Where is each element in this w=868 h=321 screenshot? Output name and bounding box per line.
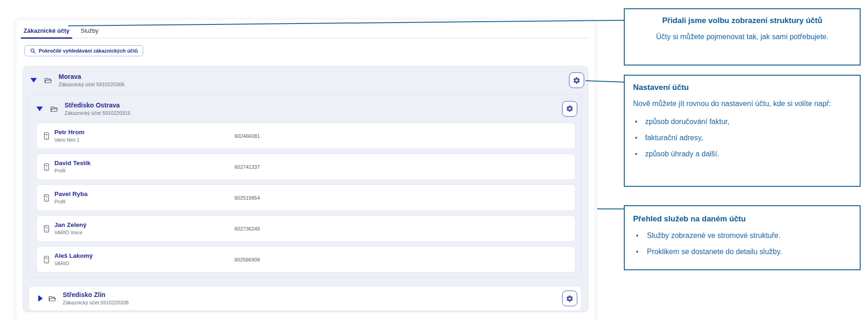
tab-customer-accounts[interactable]: Zákaznické účty <box>23 25 70 38</box>
callout-structure: Přidali jsme volbu zobrazení struktury ú… <box>624 8 861 65</box>
caret-right-icon[interactable] <box>38 295 43 302</box>
account-name[interactable]: Morava <box>59 73 124 81</box>
tab-services[interactable]: Služby <box>80 25 100 38</box>
phone-icon <box>43 163 50 171</box>
service-row[interactable]: Petr Hrom Vario Neo 1 602466081 <box>36 123 575 149</box>
account-settings-button[interactable] <box>569 72 584 88</box>
callout-bullet: způsob doručování faktur, <box>633 116 851 127</box>
callout-services-overview: Přehled služeb na daném účtu Služby zobr… <box>624 205 861 270</box>
callout-bullet: způsob úhrady a další. <box>633 149 851 160</box>
gear-icon <box>573 77 581 84</box>
service-plan: VARIO <box>54 261 93 267</box>
account-group-morava: Morava Zákaznický účet 5910220306 Středi… <box>23 66 588 312</box>
callout-title: Přidali jsme volbu zobrazení struktury ú… <box>625 16 860 25</box>
service-number: 602741337 <box>235 164 260 170</box>
page: Zákaznické účty Služby Pokročilé vyhledá… <box>0 0 868 321</box>
folder-icon <box>48 295 56 302</box>
gear-icon <box>566 295 574 303</box>
service-name[interactable]: David Testík <box>54 160 91 167</box>
account-group-stredisko-ostrava: Středisko Ostrava Zákaznický účet 591022… <box>29 94 581 278</box>
account-row-stredisko-ostrava[interactable]: Středisko Ostrava Zákaznický účet 591022… <box>29 95 581 123</box>
service-row[interactable]: David Testík Profil 602741337 <box>36 154 575 180</box>
phone-icon <box>43 256 50 264</box>
gear-icon <box>566 105 574 113</box>
phone-icon <box>43 194 50 202</box>
callout-body: Účty si můžete pojmenovat tak, jak sami … <box>645 31 839 42</box>
account-row-morava[interactable]: Morava Zákaznický účet 5910220306 <box>23 66 588 94</box>
service-row[interactable]: Aleš Lakomý VARIO 602586908 <box>36 246 575 273</box>
advanced-search-button[interactable]: Pokročilé vyhledávání zákaznických účtů <box>24 45 143 56</box>
account-name[interactable]: Středisko Ostrava <box>65 101 130 109</box>
service-plan: VARIO Voice <box>54 230 87 236</box>
advanced-search-label: Pokročilé vyhledávání zákaznických účtů <box>39 48 138 54</box>
callout-title: Přehled služeb na daném účtu <box>633 214 851 224</box>
callout-bullet: Proklikem se dostanete do detailu služby… <box>633 246 851 257</box>
service-plan: Vario Neo 1 <box>54 137 84 143</box>
service-name[interactable]: Aleš Lakomý <box>54 252 93 260</box>
service-name[interactable]: Jan Zelený <box>54 221 87 229</box>
service-number: 602586908 <box>235 257 260 262</box>
callout-bullet: fakturační adresy, <box>633 132 851 143</box>
service-number: 602519954 <box>235 195 260 201</box>
caret-down-icon[interactable] <box>36 107 43 111</box>
service-name[interactable]: Pavel Ryba <box>54 190 88 198</box>
phone-icon <box>43 225 50 233</box>
service-plan: Profil <box>54 168 91 174</box>
account-settings-button[interactable] <box>562 291 577 306</box>
callout-bullet-list: Služby zobrazené ve stromové struktuře. … <box>633 230 851 257</box>
account-subtitle: Zákaznický účet 5910220338 <box>63 299 129 306</box>
service-plan: Profil <box>54 199 88 205</box>
phone-icon <box>43 132 50 140</box>
service-row[interactable]: Jan Zelený VARIO Voice 602736249 <box>36 215 575 242</box>
account-subtitle: Zákaznický účet 5910220315 <box>65 110 130 116</box>
tab-bar: Zákaznické účty Služby <box>23 25 588 38</box>
folder-icon <box>50 106 58 112</box>
callout-intro: Nově můžete jít rovnou do nastavení účtu… <box>633 98 840 109</box>
search-icon <box>30 48 36 54</box>
service-name[interactable]: Petr Hrom <box>54 129 84 136</box>
customer-accounts-panel: Zákaznické účty Služby Pokročilé vyhledá… <box>16 19 595 321</box>
callout-bullet: Služby zobrazené ve stromové struktuře. <box>633 230 851 241</box>
account-subtitle: Zákaznický účet 5910220306 <box>59 81 124 88</box>
service-number: 602466081 <box>235 133 260 139</box>
service-number: 602736249 <box>235 226 260 232</box>
account-row-stredisko-zlin[interactable]: Středisko Zlín Zákaznický účet 591022033… <box>29 286 581 311</box>
callout-settings: Nastavení účtu Nově můžete jít rovnou do… <box>624 75 861 187</box>
service-row[interactable]: Pavel Ryba Profil 602519954 <box>36 184 575 211</box>
callout-title: Nastavení účtu <box>633 83 851 92</box>
account-settings-button[interactable] <box>562 101 577 117</box>
account-name[interactable]: Středisko Zlín <box>63 291 129 299</box>
callout-bullet-list: způsob doručování faktur, fakturační adr… <box>633 116 851 160</box>
caret-down-icon[interactable] <box>30 78 37 83</box>
folder-icon <box>44 77 52 83</box>
